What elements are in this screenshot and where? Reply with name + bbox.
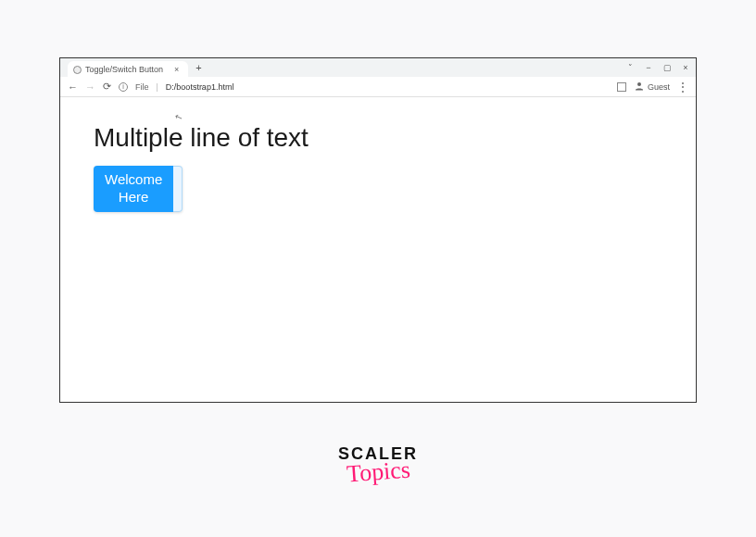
window-close-button[interactable]: × xyxy=(681,63,690,72)
profile-button[interactable]: Guest xyxy=(634,81,670,94)
page-heading: Multiple line of text xyxy=(94,123,662,153)
addr-separator: | xyxy=(157,82,158,92)
watermark: SCALER Topics xyxy=(338,444,418,486)
site-info-icon[interactable]: i xyxy=(119,82,128,92)
tab-favicon-icon xyxy=(73,66,82,74)
dropdown-icon[interactable]: ˅ xyxy=(625,63,635,72)
page-viewport: ↖ Multiple line of text Welcome Here xyxy=(60,97,696,402)
forward-button[interactable]: → xyxy=(85,81,95,93)
toggle-main-button[interactable]: Welcome Here xyxy=(94,166,173,212)
reload-button[interactable]: ⟳ xyxy=(103,81,111,93)
svg-point-0 xyxy=(637,82,641,86)
browser-window: Toggle/Switch Button × + ˅ − ▢ × ← → ⟳ i… xyxy=(59,57,697,403)
new-tab-button[interactable]: + xyxy=(195,62,201,73)
browser-tab[interactable]: Toggle/Switch Button × xyxy=(68,61,188,78)
window-minimize-button[interactable]: − xyxy=(644,63,653,72)
back-button[interactable]: ← xyxy=(68,81,78,93)
address-bar-url[interactable]: D:/bootstrap1.html xyxy=(166,82,234,92)
window-controls: ˅ − ▢ × xyxy=(625,58,690,77)
tab-close-icon[interactable]: × xyxy=(174,65,179,74)
menu-kebab-icon[interactable]: ⋮ xyxy=(677,81,688,93)
toolbar-right: Guest ⋮ xyxy=(617,81,688,94)
mouse-cursor-icon: ↖ xyxy=(173,111,183,123)
addr-scheme-label: File xyxy=(135,82,149,92)
tab-title: Toggle/Switch Button xyxy=(85,65,163,74)
window-restore-button[interactable]: ▢ xyxy=(662,63,672,72)
profile-label: Guest xyxy=(648,82,670,92)
button-line2: Here xyxy=(119,189,149,205)
button-line1: Welcome xyxy=(105,171,162,187)
browser-toolbar: ← → ⟳ i File | D:/bootstrap1.html Guest … xyxy=(60,77,696,97)
toggle-button-group: Welcome Here xyxy=(94,166,183,212)
toggle-split-button[interactable] xyxy=(173,166,183,212)
watermark-line2: Topics xyxy=(346,456,411,489)
extensions-icon[interactable] xyxy=(617,82,626,92)
tab-strip: Toggle/Switch Button × + ˅ − ▢ × xyxy=(60,58,696,77)
person-icon xyxy=(634,81,645,94)
